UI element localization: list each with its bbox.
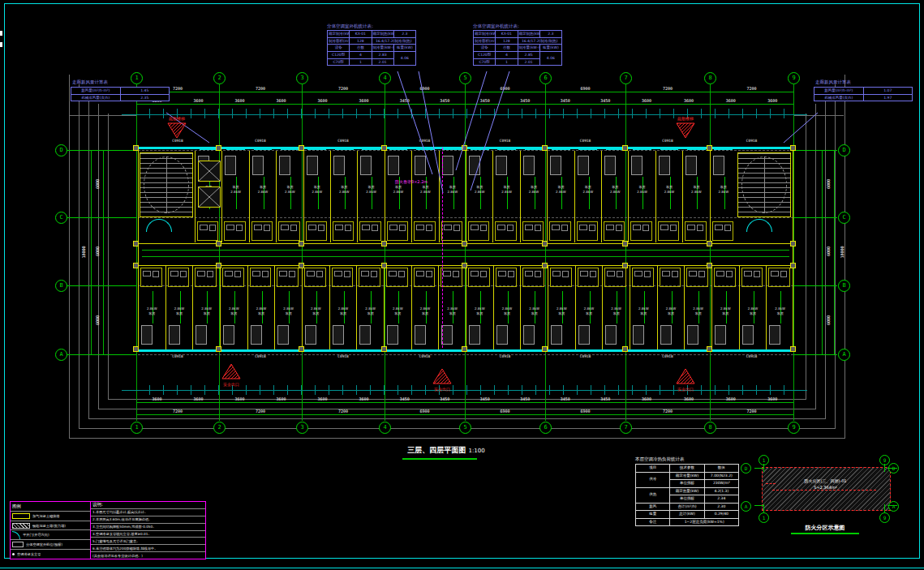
window-tag: C0918 (662, 354, 673, 358)
bath-fixture (480, 225, 487, 231)
window-tag: C0918 (337, 139, 349, 143)
legend-header-row: 图例 (11, 502, 90, 512)
drawing-title: 三层、四层平面图 1:100 (369, 445, 523, 456)
room-window (252, 350, 271, 352)
room-bed (279, 156, 290, 175)
room-label: 客房 (521, 311, 548, 315)
bath-fixture (207, 271, 213, 277)
room-unit: 客房2.8kW (220, 266, 247, 349)
room-sub-label: 2.8kW (603, 306, 630, 311)
dim-text: 3600 (642, 98, 651, 103)
room-unit: 客房2.8kW (493, 266, 521, 349)
legend-symbol-ac-icon (12, 542, 24, 547)
axis-bubble-top-1: 1 (131, 72, 143, 84)
table-cell: 4.06 (393, 51, 415, 65)
room-label: 客房 (548, 311, 575, 315)
data-table: 额定制冷(kW)KX-01额定制热(kW)2.3制冷面积(m²)12816.4/… (327, 30, 416, 66)
legend-notes-column: 说明: 1.本图尺寸均以毫米计,标高以米计。2.本层层高3.60m,做法详见建施… (91, 502, 205, 559)
window-tag: C0918 (419, 139, 431, 143)
table-cell: 额定制冷(kW) (474, 31, 496, 38)
dim-text: 3600 (234, 98, 244, 103)
room-unit: 客房2.8kW (682, 151, 709, 242)
room-window (279, 350, 298, 352)
table-cell: 新风 (636, 503, 670, 511)
room-bed (633, 325, 644, 345)
room-sub-label: 2.8kW (221, 306, 247, 311)
room-label: 客房 (711, 185, 737, 189)
bath-fixture (200, 225, 208, 230)
bath-fixture (290, 225, 297, 231)
table-cell: 设备 (328, 45, 350, 52)
room-bed (469, 156, 480, 175)
dim-text: 3600 (726, 98, 736, 103)
room-bathroom (387, 221, 408, 241)
bath-fixture (780, 271, 787, 277)
room-bathroom (251, 221, 273, 241)
bath-fixture (670, 225, 677, 231)
table-cell: 4.2(1.3) (704, 487, 738, 495)
room-window (197, 350, 216, 352)
table-cell: 额定制热(kW) (372, 31, 393, 38)
note-text: 2.本层层高3.60m,做法详见建施说明。 (92, 517, 152, 521)
table-cell: 2.30 (704, 503, 738, 511)
room-window (498, 350, 517, 352)
room-unit: 客房2.8kW (601, 151, 628, 242)
bath-fixture (589, 225, 595, 231)
bath-fixture (371, 271, 377, 277)
legend-symbol-door-icon (12, 531, 20, 539)
room-bathroom (522, 268, 544, 287)
room-bathroom (414, 221, 435, 241)
dim-text: 3450 (440, 396, 449, 401)
room-label: 客房 (139, 311, 165, 315)
table-cell: 台数 (496, 45, 518, 52)
dim-text: 6900 (580, 86, 590, 91)
table-cell: 128 (496, 37, 518, 45)
table-cell: C120型 (474, 51, 496, 58)
legend-symbol-hatch-icon (12, 523, 30, 529)
room-bed (415, 156, 426, 175)
room-bed (715, 325, 726, 345)
column-square (542, 346, 548, 352)
room-bathroom (359, 268, 380, 287)
room-bed (713, 156, 724, 175)
room-label: 客房 (385, 185, 411, 189)
bath-fixture (633, 225, 641, 230)
legend-item-label: 空调冷凝水立管 (17, 552, 41, 556)
axis-bubble-right-C: C (838, 212, 850, 224)
axis-bubble-top-6: 6 (539, 72, 552, 84)
bath-fixture (335, 225, 343, 230)
dim-text: 6900 (500, 409, 509, 414)
bath-fixture (289, 271, 295, 277)
note-text: 4.空调冷凝水管坡向立管,坡度≥0.01。 (92, 532, 152, 536)
bath-fixture (316, 271, 323, 277)
room-bathroom (741, 268, 763, 287)
room-unit: 客房2.8kW (330, 151, 357, 242)
table-cell: 128 (350, 37, 372, 45)
axis-bubble-top-5: 5 (459, 72, 471, 84)
room-unit: 客房2.8kW (657, 266, 685, 349)
table-cell: 1 (350, 58, 372, 66)
dim-text-left-total: 18000 (81, 246, 86, 258)
axis-bubble-bottom-2: 2 (213, 422, 226, 434)
room-bathroom (632, 268, 654, 287)
column-square (381, 145, 387, 151)
room-bathroom (604, 268, 626, 287)
dim-text: 7200 (663, 409, 673, 414)
room-unit: 客房2.8kW (466, 266, 493, 349)
bath-fixture (234, 271, 241, 277)
dim-text: 3600 (726, 396, 736, 401)
table-cell: 合计(m³/h) (670, 503, 704, 511)
bath-fixture (416, 225, 424, 230)
axis-bubble-right-B: B (838, 280, 850, 292)
room-bathroom (660, 268, 681, 287)
legend-header: 图例 (12, 504, 21, 509)
room-unit: 客房2.8kW (247, 266, 275, 349)
room-sub-label: 2.8kW (629, 190, 655, 194)
room-unit: 客房2.8kW (630, 266, 657, 349)
cad-drawing-canvas: 112233445566778899DDCCBBAA72007200720072… (0, 0, 924, 570)
bath-fixture (535, 225, 541, 231)
dim-text: 3450 (400, 396, 410, 401)
axis-bubble-right-D: D (838, 144, 850, 156)
room-bed (442, 156, 453, 175)
room-bed (388, 156, 399, 175)
